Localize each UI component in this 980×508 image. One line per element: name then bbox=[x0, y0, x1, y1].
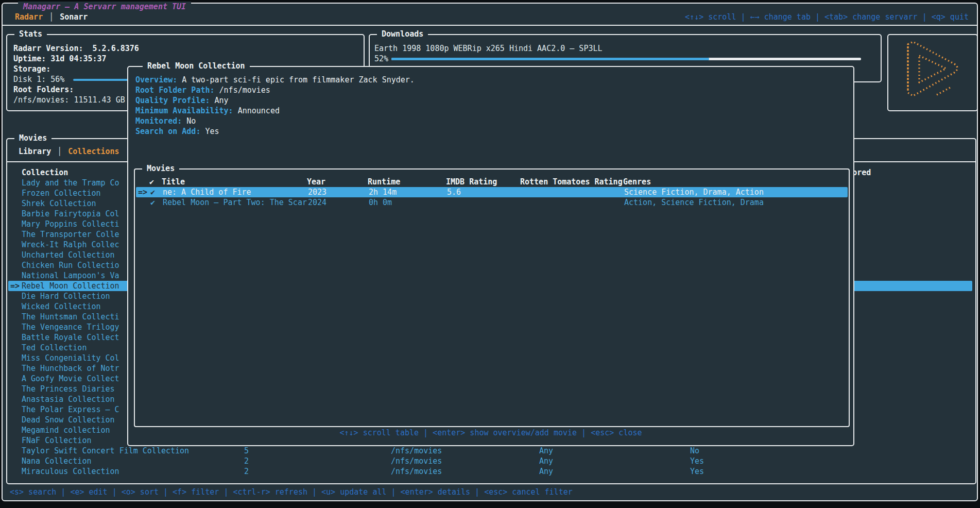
collection-flag: No bbox=[690, 446, 699, 456]
app-title: Managarr – A Servarr management TUI bbox=[18, 2, 191, 12]
collection-row[interactable]: Miraculous Collection2/nfs/moviesAnyYes bbox=[8, 466, 972, 477]
selection-arrow: => bbox=[10, 281, 20, 291]
download-progress-fill bbox=[391, 58, 709, 60]
field-quality-profile: Quality Profile: Any bbox=[135, 95, 848, 106]
logo-panel bbox=[887, 34, 978, 111]
collection-name: Lady and the Tramp Co bbox=[22, 178, 119, 188]
header-rotten-tomatoes: Rotten Tomatoes Rating bbox=[520, 177, 623, 187]
field-monitored: Monitored: No bbox=[135, 116, 848, 126]
header-title: Title bbox=[162, 177, 185, 187]
collection-name: The Polar Express – C bbox=[22, 405, 119, 414]
collection-count: 2 bbox=[244, 466, 249, 477]
collection-name: National Lampoon's Va bbox=[22, 271, 119, 280]
collection-name: The Transporter Colle bbox=[22, 230, 119, 239]
app-window: Managarr – A Servarr management TUI Rada… bbox=[2, 3, 978, 501]
tab-radarr[interactable]: Radarr bbox=[10, 12, 48, 22]
movie-check: ✔ bbox=[150, 197, 155, 208]
collection-details-modal: Rebel Moon Collection Overview: A two-pa… bbox=[127, 66, 854, 446]
movies-tab-separator: │ bbox=[56, 146, 63, 157]
collection-path: /nfs/movies bbox=[391, 446, 442, 456]
topbar-divider bbox=[3, 25, 977, 26]
collection-row[interactable]: Nana Collection2/nfs/moviesAnyYes bbox=[8, 456, 972, 466]
collection-path: /nfs/movies bbox=[391, 466, 442, 477]
tab-separator: │ bbox=[48, 12, 55, 22]
header-check: ✔ bbox=[149, 177, 154, 187]
modal-movies-table: Movies ✔ Title Year Runtime IMDB Rating … bbox=[134, 168, 850, 427]
modal-movies-title: Movies bbox=[142, 163, 179, 174]
tab-sonarr[interactable]: Sonarr bbox=[55, 12, 93, 22]
field-root-folder: Root Folder Path: /nfs/movies bbox=[135, 85, 848, 95]
collection-count: 5 bbox=[244, 446, 249, 456]
header-year: Year bbox=[307, 177, 325, 187]
downloads-panel-title: Downloads bbox=[377, 29, 428, 39]
movie-title: Rebel Moon – Part Two: The Scar bbox=[163, 197, 307, 208]
tab-library[interactable]: Library bbox=[13, 146, 56, 157]
collection-name: A Goofy Movie Collect bbox=[22, 374, 119, 383]
movie-year: 2023 bbox=[308, 187, 326, 197]
collection-flag: Yes bbox=[690, 466, 704, 477]
collection-name: Barbie Fairytopia Col bbox=[22, 209, 119, 218]
collection-name: Wicked Collection bbox=[22, 302, 101, 311]
servarr-tabs: Radarr │ Sonarr bbox=[10, 12, 93, 22]
stats-panel-title: Stats bbox=[14, 29, 47, 39]
movies-panel-title: Movies bbox=[14, 133, 51, 143]
field-minimum-availability: Minimum Availability: Announced bbox=[135, 106, 848, 116]
movie-year: 2024 bbox=[308, 197, 326, 208]
modal-keybinds: <↑↓> scroll table | <enter> show overvie… bbox=[128, 428, 853, 438]
collection-profile: Any bbox=[539, 446, 553, 456]
movie-imdb: 5.6 bbox=[447, 187, 461, 197]
collection-name: Wreck-It Ralph Collec bbox=[22, 240, 119, 249]
movie-genres: Action, Science Fiction, Drama bbox=[624, 197, 764, 208]
movie-title: ne: A Child of Fire bbox=[163, 187, 251, 197]
collection-name: The Princess Diaries bbox=[22, 384, 115, 394]
collection-name: Die Hard Collection bbox=[22, 292, 110, 301]
managarr-play-logo-icon bbox=[901, 39, 967, 107]
movie-runtime: 0h 0m bbox=[369, 197, 392, 208]
collection-flag: Yes bbox=[690, 456, 704, 466]
collection-name: The Hunchback of Notr bbox=[22, 364, 119, 373]
tab-collections[interactable]: Collections bbox=[63, 146, 124, 157]
collection-name: Anastasia Collection bbox=[22, 395, 115, 404]
download-item-title: Earth 1998 1080p WEBRip x265 Hindi AAC2.… bbox=[374, 43, 876, 54]
collection-name: Miraculous Collection bbox=[22, 467, 119, 476]
top-keybinds: <↑↓> scroll | ←→ change tab | <tab> chan… bbox=[685, 12, 969, 22]
collection-name: Ted Collection bbox=[22, 343, 87, 352]
collection-count: 2 bbox=[244, 456, 249, 466]
selection-arrow: => bbox=[138, 187, 147, 197]
modal-table-header: ✔ Title Year Runtime IMDB Rating Rotten … bbox=[135, 177, 849, 187]
collection-row[interactable]: Taylor Swift Concert Film Collection5/nf… bbox=[8, 446, 972, 456]
field-overview: Overview: A two-part sci-fi epic from fi… bbox=[135, 75, 848, 85]
collection-name: Taylor Swift Concert Film Collection bbox=[22, 446, 189, 455]
collection-profile: Any bbox=[539, 466, 553, 477]
collection-path: /nfs/movies bbox=[391, 456, 442, 466]
collection-name: Megamind collection bbox=[22, 426, 110, 435]
collection-name: Uncharted Collection bbox=[22, 250, 115, 260]
collection-name: Chicken Run Collectio bbox=[22, 261, 119, 270]
collection-name: FNaF Collection bbox=[22, 436, 91, 445]
collection-name: Battle Royale Collect bbox=[22, 333, 119, 342]
movie-row[interactable]: ✔Rebel Moon – Part Two: The Scar20240h 0… bbox=[136, 197, 848, 208]
header-runtime: Runtime bbox=[368, 177, 400, 187]
movie-row[interactable]: =>✔ne: A Child of Fire20232h 14m5.6Scien… bbox=[136, 187, 848, 197]
collection-name: Dead Snow Collection bbox=[22, 415, 115, 425]
modal-title: Rebel Moon Collection bbox=[143, 61, 250, 71]
collection-name: Miss Congeniality Col bbox=[22, 353, 119, 363]
field-search-on-add: Search on Add: Yes bbox=[135, 126, 848, 137]
collection-name: The Huntsman Collecti bbox=[22, 312, 119, 321]
movie-check: ✔ bbox=[150, 187, 155, 197]
collection-name: Rebel Moon Collection bbox=[22, 281, 119, 291]
collection-name: The Vengeance Trilogy bbox=[22, 323, 119, 332]
collection-name: Mary Poppins Collecti bbox=[22, 219, 119, 229]
movie-genres: Science Fiction, Drama, Action bbox=[624, 187, 764, 197]
collection-name: Shrek Collection bbox=[22, 199, 96, 208]
collection-profile: Any bbox=[539, 456, 553, 466]
bottom-keybinds: <s> search | <e> edit | <o> sort | <f> f… bbox=[10, 487, 573, 497]
download-progress-bar bbox=[391, 58, 861, 60]
header-genres: Genres bbox=[623, 177, 651, 187]
download-item-progress: 52% bbox=[374, 54, 876, 64]
collection-name: Nana Collection bbox=[22, 456, 91, 466]
collection-name: Frozen Collection bbox=[22, 189, 101, 198]
stat-version: Radarr Version: 5.2.6.8376 bbox=[13, 43, 359, 54]
header-imdb: IMDB Rating bbox=[446, 177, 497, 187]
movie-runtime: 2h 14m bbox=[369, 187, 397, 197]
